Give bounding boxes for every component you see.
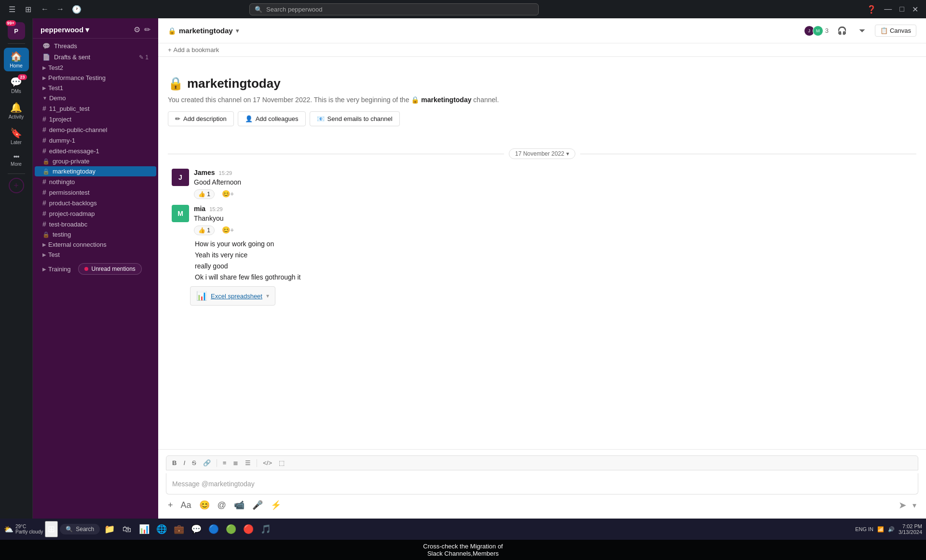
ordered-list-button[interactable]: ≡ bbox=[220, 458, 230, 468]
sidebar-item-11-public[interactable]: # 11_public_test bbox=[35, 103, 156, 114]
sidebar-item-training[interactable]: ▶ Training Unread mentions bbox=[35, 260, 156, 278]
sidebar-item-product-backlogs[interactable]: # product-backlogs bbox=[35, 198, 156, 208]
taskbar-app-files[interactable]: 📁 bbox=[102, 521, 117, 537]
indent-button[interactable]: ☰ bbox=[242, 458, 254, 468]
taskbar-app-teams[interactable]: 💼 bbox=[171, 521, 187, 537]
formatting-button[interactable]: Aa bbox=[179, 498, 193, 512]
sidebar-item-performance-testing[interactable]: ▶ Performance Testing bbox=[35, 73, 156, 83]
filter-icon[interactable]: ⚙ bbox=[134, 25, 140, 34]
sidebar-toggle-button[interactable]: ⊞ bbox=[22, 3, 34, 16]
sidebar-item-test2[interactable]: ▶ Test2 bbox=[35, 63, 156, 73]
sidebar-item-later[interactable]: 🔖 Later bbox=[4, 124, 29, 148]
sidebar-item-activity[interactable]: 🔔 Activity bbox=[4, 99, 29, 122]
link-button[interactable]: 🔗 bbox=[200, 458, 214, 468]
sidebar-item-test-group[interactable]: ▶ Test bbox=[35, 250, 156, 260]
file-preview[interactable]: 📊 Excel spreadsheet ▾ bbox=[190, 286, 275, 306]
add-workspace-button[interactable]: + bbox=[9, 178, 24, 193]
taskbar-app-chrome2[interactable]: 🟢 bbox=[223, 521, 239, 537]
hamburger-button[interactable]: ☰ bbox=[6, 3, 18, 16]
taskbar-app-slack[interactable]: 💬 bbox=[189, 521, 204, 537]
sidebar-item-home[interactable]: 🏠 Home bbox=[4, 48, 29, 71]
send-button[interactable]: ➤ bbox=[897, 497, 909, 513]
forward-button[interactable]: → bbox=[54, 3, 67, 16]
voice-button[interactable]: 🎤 bbox=[250, 498, 265, 512]
sidebar-item-demo[interactable]: ▼ Demo bbox=[35, 93, 156, 103]
send-emails-button[interactable]: 📧 Send emails to channel bbox=[310, 111, 400, 126]
sidebar-item-marketingtoday[interactable]: 🔒 marketingtoday bbox=[35, 166, 156, 176]
help-button[interactable]: ❓ bbox=[865, 3, 878, 16]
sidebar-item-dms[interactable]: 💬 DMs 23 bbox=[4, 73, 29, 97]
sidebar-item-nothingto[interactable]: # nothingto bbox=[35, 176, 156, 187]
unread-mentions-pill[interactable]: Unread mentions bbox=[74, 261, 145, 277]
canvas-button[interactable]: 📋 Canvas bbox=[875, 25, 916, 37]
james-author[interactable]: James bbox=[194, 169, 215, 176]
sidebar-item-test1[interactable]: ▶ Test1 bbox=[35, 83, 156, 93]
sidebar-item-drafts[interactable]: 📄 Drafts & sent ✎ 1 bbox=[35, 52, 156, 63]
add-description-button[interactable]: ✏ Add description bbox=[168, 111, 234, 126]
add-attachment-button[interactable]: + bbox=[166, 498, 175, 512]
code-button[interactable]: </> bbox=[260, 458, 275, 468]
taskbar-app-store[interactable]: 🛍 bbox=[119, 521, 135, 537]
workspace-avatar[interactable]: P 99+ bbox=[8, 22, 25, 40]
add-bookmark-button[interactable]: + Add a bookmark bbox=[168, 46, 916, 53]
history-button[interactable]: 🕐 bbox=[69, 3, 84, 16]
sidebar-item-dummy-1[interactable]: # dummy-1 bbox=[35, 135, 156, 146]
sidebar-item-demo-public[interactable]: # demo-public-channel bbox=[35, 124, 156, 135]
composer-input[interactable]: Message @marketingtoday bbox=[166, 473, 918, 494]
james-reactions: 👍 1 😊+ bbox=[194, 187, 912, 199]
taskbar-app-chrome3[interactable]: 🔴 bbox=[241, 521, 256, 537]
bold-button[interactable]: B bbox=[169, 458, 179, 468]
add-colleagues-button[interactable]: 👤 Add colleagues bbox=[238, 111, 306, 126]
huddle-compose-button[interactable]: 📹 bbox=[232, 498, 246, 512]
date-divider-label[interactable]: 17 November 2022 ▾ bbox=[509, 148, 575, 159]
sidebar-item-1project[interactable]: # 1project bbox=[35, 114, 156, 124]
james-reaction-thumbs[interactable]: 👍 1 bbox=[194, 189, 215, 199]
james-message-text: Good Afternoon bbox=[194, 177, 912, 187]
header-members[interactable]: J M 3 bbox=[806, 26, 829, 36]
james-add-reaction-button[interactable]: 😊+ bbox=[218, 188, 237, 199]
mia-author[interactable]: mia bbox=[194, 205, 205, 213]
back-button[interactable]: ← bbox=[38, 3, 52, 16]
unordered-list-button[interactable]: ≣ bbox=[230, 458, 241, 468]
taskbar-app-browser[interactable]: 🌐 bbox=[154, 521, 169, 537]
sidebar-item-permissiontest[interactable]: # permissiontest bbox=[35, 187, 156, 198]
send-expand-button[interactable]: ▾ bbox=[911, 499, 918, 512]
sidebar-item-group-private[interactable]: 🔒 group-private bbox=[35, 156, 156, 166]
mention-button[interactable]: @ bbox=[216, 498, 228, 512]
weather-widget[interactable]: ⛅ 29°C Partly cloudy bbox=[4, 524, 43, 534]
mia-reaction-thumbs[interactable]: 👍 1 bbox=[194, 226, 215, 235]
taskbar-time: 7:02 PM 3/13/2024 bbox=[899, 523, 922, 535]
audio-button[interactable]: ⏷ bbox=[856, 25, 869, 37]
workspace-name[interactable]: pepperwood ▾ bbox=[41, 26, 89, 34]
sidebar-item-project-roadmap[interactable]: # project-roadmap bbox=[35, 208, 156, 219]
sidebar-item-more[interactable]: ••• More bbox=[4, 150, 29, 170]
continuation-msg-2: Yeah its very nice bbox=[168, 250, 916, 260]
sidebar-item-testing[interactable]: 🔒 testing bbox=[35, 229, 156, 240]
minimize-button[interactable]: — bbox=[882, 3, 894, 15]
compose-icon[interactable]: ✏ bbox=[144, 25, 150, 34]
emoji-button[interactable]: 😊 bbox=[197, 498, 212, 512]
sidebar-item-threads[interactable]: 💬 Threads bbox=[35, 40, 156, 52]
test2-label: Test2 bbox=[48, 64, 63, 71]
unread-mentions-button[interactable]: Unread mentions bbox=[78, 263, 141, 275]
code-block-button[interactable]: ⬚ bbox=[276, 458, 287, 468]
taskbar-app-excel[interactable]: 📊 bbox=[136, 521, 152, 537]
sidebar-item-external[interactable]: ▶ External connections bbox=[35, 240, 156, 250]
maximize-button[interactable]: □ bbox=[898, 3, 906, 15]
taskbar-search[interactable]: 🔍 Search bbox=[60, 524, 100, 534]
italic-button[interactable]: I bbox=[180, 458, 188, 468]
strikethrough-button[interactable]: S bbox=[189, 458, 199, 468]
channel-name-header[interactable]: 🔒 marketingtoday ▾ bbox=[168, 27, 239, 35]
mia-add-reaction-button[interactable]: 😊+ bbox=[218, 225, 237, 235]
composer-placeholder: Message @marketingtoday bbox=[172, 480, 255, 488]
huddle-button[interactable]: 🎧 bbox=[834, 24, 850, 37]
windows-start-button[interactable]: ⊞ bbox=[45, 521, 58, 537]
taskbar-app-chrome[interactable]: 🔵 bbox=[206, 521, 221, 537]
home-label: Home bbox=[10, 63, 23, 68]
search-bar[interactable]: 🔍 Search pepperwood bbox=[249, 3, 539, 15]
snippets-button[interactable]: ⚡ bbox=[269, 498, 283, 512]
taskbar-app-media[interactable]: 🎵 bbox=[258, 521, 273, 537]
close-button[interactable]: ✕ bbox=[910, 3, 920, 16]
sidebar-item-edited[interactable]: # edited-message-1 bbox=[35, 146, 156, 156]
sidebar-item-test-broadabc[interactable]: # test-broadabc bbox=[35, 219, 156, 229]
